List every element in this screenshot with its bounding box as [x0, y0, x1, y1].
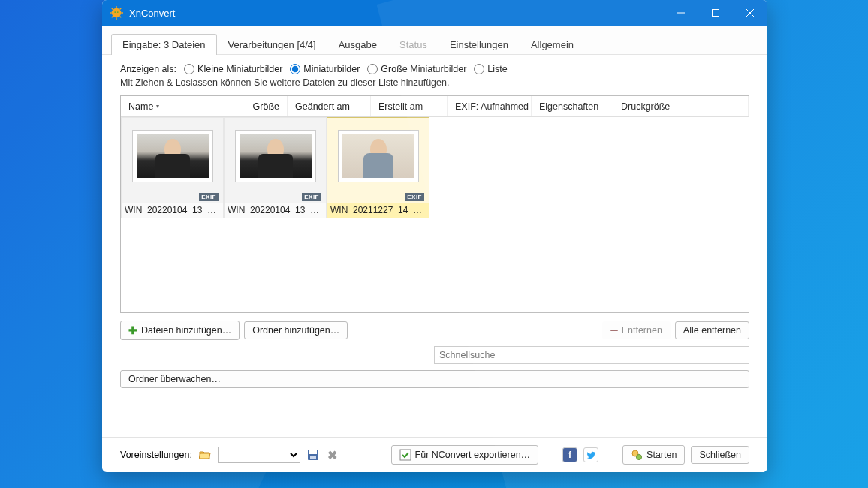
presets-select[interactable] — [218, 447, 300, 463]
watch-folder-button[interactable]: Ordner überwachen… — [120, 370, 749, 388]
tab-label: Verarbeitungen [4/4] — [228, 39, 316, 50]
app-logo-icon — [110, 6, 123, 20]
tab-input[interactable]: Eingabe: 3 Dateien — [111, 34, 217, 55]
radio-large-thumbs[interactable]: Große Miniaturbilder — [367, 64, 466, 74]
maximize-button[interactable] — [698, 0, 733, 26]
view-as-label: Anzeigen als: — [120, 64, 176, 74]
tab-strip: Eingabe: 3 Dateien Verarbeitungen [4/4] … — [102, 26, 767, 55]
presets-label: Voreinstellungen: — [120, 450, 192, 460]
remove-all-button[interactable]: Alle entfernen — [675, 321, 749, 339]
tab-label: Eingabe: 3 Dateien — [122, 39, 206, 50]
col-props[interactable]: Eigenschaften — [532, 96, 613, 116]
file-name: WIN_20220104_13_1… — [122, 203, 223, 218]
file-thumb[interactable]: EXIF WIN_20220104_13_1… — [121, 117, 224, 218]
folder-open-icon[interactable] — [198, 448, 212, 462]
minimize-button[interactable] — [664, 0, 698, 26]
svg-point-19 — [632, 450, 638, 456]
close-button[interactable] — [733, 0, 767, 26]
add-files-button[interactable]: ✚Dateien hinzufügen… — [120, 321, 240, 340]
add-folder-button[interactable]: Ordner hinzufügen… — [244, 321, 348, 339]
column-headers: Name▾ Größe Geändert am Erstellt am EXIF… — [121, 96, 749, 117]
svg-line-7 — [120, 8, 122, 10]
minus-icon — [610, 330, 618, 331]
file-thumb[interactable]: EXIF WIN_20211227_14_3… — [327, 117, 429, 218]
radio-label: Kleine Miniaturbilder — [197, 64, 282, 74]
quicksearch-input[interactable] — [434, 346, 749, 364]
twitter-icon[interactable] — [583, 447, 598, 462]
col-exif[interactable]: EXIF: Aufnahmed — [448, 96, 532, 116]
tab-output[interactable]: Ausgabe — [327, 34, 388, 55]
exif-badge: EXIF — [405, 193, 424, 201]
thumb-frame — [235, 130, 316, 182]
drop-hint: Mit Ziehen & Loslassen können Sie weiter… — [120, 77, 749, 88]
svg-line-13 — [746, 9, 754, 17]
svg-line-5 — [112, 8, 113, 10]
col-size[interactable]: Größe — [252, 96, 288, 116]
svg-rect-12 — [713, 10, 719, 17]
exif-badge: EXIF — [199, 193, 219, 201]
svg-line-6 — [120, 17, 122, 18]
thumb-frame — [132, 130, 213, 182]
radio-label: Große Miniaturbilder — [381, 64, 466, 74]
view-as-row: Anzeigen als: Kleine Miniaturbilder Mini… — [120, 64, 749, 74]
radio-list[interactable]: Liste — [474, 64, 507, 74]
delete-preset-icon[interactable]: ✖ — [326, 448, 339, 462]
thumbnail-area[interactable]: EXIF WIN_20220104_13_1… EXIF WIN_2022010… — [121, 117, 749, 312]
file-thumb[interactable]: EXIF WIN_20220104_13_1… — [224, 117, 327, 218]
close-app-button[interactable]: Schließen — [691, 446, 749, 464]
col-printsize[interactable]: Druckgröße — [613, 96, 749, 116]
plus-icon: ✚ — [128, 324, 137, 336]
tab-label: Einstellungen — [450, 39, 508, 50]
file-actions-row: ✚Dateien hinzufügen… Ordner hinzufügen… … — [120, 313, 749, 345]
svg-line-8 — [112, 17, 113, 18]
footer-bar: Voreinstellungen: ✖ Für NConvert exporti… — [102, 437, 767, 472]
tab-label: Allgemein — [531, 39, 574, 50]
export-nconvert-button[interactable]: Für NConvert exportieren… — [391, 445, 539, 465]
svg-point-10 — [117, 11, 119, 13]
svg-rect-18 — [400, 450, 411, 460]
export-icon — [399, 449, 411, 461]
col-modified[interactable]: Geändert am — [288, 96, 371, 116]
svg-point-0 — [112, 8, 122, 18]
body-panel: Anzeigen als: Kleine Miniaturbilder Mini… — [102, 55, 767, 437]
app-window: XnConvert Eingabe: 3 Dateien Verarbeitun… — [102, 0, 767, 472]
radio-thumbnails[interactable]: Miniaturbilder — [290, 64, 360, 74]
watch-row: Ordner überwachen… — [120, 370, 749, 399]
col-name[interactable]: Name▾ — [121, 96, 252, 116]
start-button[interactable]: Starten — [622, 445, 685, 465]
window-title: XnConvert — [129, 8, 664, 19]
file-name: WIN_20211227_14_3… — [327, 203, 429, 218]
search-row — [120, 345, 749, 370]
tab-actions[interactable]: Verarbeitungen [4/4] — [217, 34, 327, 55]
tab-status[interactable]: Status — [388, 34, 439, 55]
titlebar: XnConvert — [102, 0, 767, 26]
svg-rect-16 — [309, 450, 317, 454]
tab-about[interactable]: Allgemein — [520, 34, 585, 55]
facebook-icon[interactable]: f — [562, 447, 577, 462]
svg-point-9 — [114, 11, 116, 13]
remove-button[interactable]: Entfernen — [602, 321, 671, 339]
radio-small-thumbs[interactable]: Kleine Miniaturbilder — [184, 64, 282, 74]
col-created[interactable]: Erstellt am — [371, 96, 448, 116]
svg-rect-17 — [310, 456, 316, 459]
sort-arrow-icon: ▾ — [156, 103, 159, 110]
svg-line-14 — [746, 9, 754, 17]
file-list-panel: Name▾ Größe Geändert am Erstellt am EXIF… — [120, 95, 749, 313]
thumb-frame — [338, 130, 419, 182]
tab-label: Ausgabe — [339, 39, 377, 50]
svg-point-20 — [637, 455, 642, 460]
exif-badge: EXIF — [302, 193, 321, 201]
tab-settings[interactable]: Einstellungen — [439, 34, 520, 55]
radio-label: Liste — [487, 64, 507, 74]
radio-label: Miniaturbilder — [303, 64, 360, 74]
tab-label: Status — [399, 39, 427, 50]
save-icon[interactable] — [306, 448, 320, 462]
gear-run-icon — [631, 449, 643, 461]
file-name: WIN_20220104_13_1… — [225, 203, 326, 218]
